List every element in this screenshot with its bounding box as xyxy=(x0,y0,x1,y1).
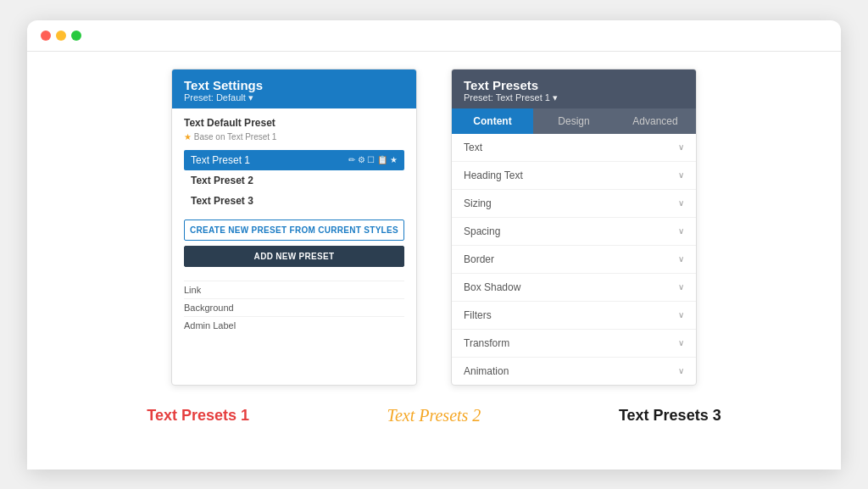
tab-design[interactable]: Design xyxy=(533,108,615,134)
section-transform-label: Transform xyxy=(464,337,509,349)
ts-admin-label-item[interactable]: Admin Label xyxy=(184,316,404,334)
ts-preset-item-2[interactable]: Text Preset 2 xyxy=(184,170,404,191)
browser-toolbar xyxy=(27,20,841,52)
section-filters-label: Filters xyxy=(464,309,492,321)
ts-preset-label-1: Text Preset 1 xyxy=(191,154,250,166)
section-spacing-label: Spacing xyxy=(464,225,500,237)
tp-header: Text Presets Preset: Text Preset 1 ▾ xyxy=(452,69,696,108)
section-filters[interactable]: Filters ∨ xyxy=(452,302,696,330)
ts-title: Text Settings xyxy=(184,78,404,92)
chevron-down-icon: ∨ xyxy=(678,226,684,236)
bottom-text-2: Text Presets 2 xyxy=(387,406,481,425)
bottom-text-1: Text Presets 1 xyxy=(147,407,249,425)
section-text-label: Text xyxy=(464,142,482,153)
ts-header: Text Settings Preset: Default ▾ xyxy=(172,69,416,108)
ts-default-preset-title: Text Default Preset xyxy=(184,117,404,129)
chevron-down-icon: ∨ xyxy=(678,142,684,152)
ts-body: Text Default Preset Base on Text Preset … xyxy=(172,108,416,275)
browser-window: Text Settings Preset: Default ▾ Text Def… xyxy=(27,20,841,470)
text-presets-panel: Text Presets Preset: Text Preset 1 ▾ Con… xyxy=(451,69,697,386)
close-dot[interactable] xyxy=(41,31,51,41)
bottom-text-3: Text Presets 3 xyxy=(619,407,721,425)
section-animation-label: Animation xyxy=(464,365,509,377)
maximize-dot[interactable] xyxy=(71,31,81,41)
tp-tabs: Content Design Advanced xyxy=(452,108,696,134)
ts-preset-item-3[interactable]: Text Preset 3 xyxy=(184,191,404,211)
section-sizing[interactable]: Sizing ∨ xyxy=(452,190,696,218)
tab-content[interactable]: Content xyxy=(452,108,533,134)
ts-preset-item-1[interactable]: Text Preset 1 ✏ ⚙ ☐ 📋 ★ xyxy=(184,150,404,170)
ts-link-item[interactable]: Link xyxy=(184,281,404,298)
ts-preset-list: Text Preset 1 ✏ ⚙ ☐ 📋 ★ Text Preset 2 Te… xyxy=(184,150,404,211)
chevron-down-icon: ∨ xyxy=(678,282,684,292)
section-sizing-label: Sizing xyxy=(464,197,492,209)
section-box-shadow-label: Box Shadow xyxy=(464,281,520,293)
tab-advanced[interactable]: Advanced xyxy=(615,108,696,134)
chevron-down-icon: ∨ xyxy=(678,338,684,347)
section-border[interactable]: Border ∨ xyxy=(452,246,696,274)
ts-base-on: Base on Text Preset 1 xyxy=(184,132,404,142)
ts-preset-label-2: Text Preset 2 xyxy=(191,175,253,186)
section-box-shadow[interactable]: Box Shadow ∨ xyxy=(452,274,696,302)
chevron-down-icon: ∨ xyxy=(678,170,684,180)
ts-background-item[interactable]: Background xyxy=(184,298,404,316)
section-heading-text[interactable]: Heading Text ∨ xyxy=(452,162,696,190)
section-animation[interactable]: Animation ∨ xyxy=(452,358,696,385)
create-preset-button[interactable]: CREATE NEW PRESET FROM CURRENT STYLES xyxy=(184,219,404,241)
chevron-down-icon: ∨ xyxy=(678,310,684,320)
section-spacing[interactable]: Spacing ∨ xyxy=(452,218,696,246)
browser-content: Text Settings Preset: Default ▾ Text Def… xyxy=(27,52,841,470)
chevron-down-icon: ∨ xyxy=(678,366,684,375)
section-heading-label: Heading Text xyxy=(464,169,523,181)
ts-footer: Link Background Admin Label xyxy=(172,275,416,342)
ts-preset-label-3: Text Preset 3 xyxy=(191,195,253,207)
section-border-label: Border xyxy=(464,253,494,265)
minimize-dot[interactable] xyxy=(56,31,66,41)
ts-preset-icons: ✏ ⚙ ☐ 📋 ★ xyxy=(348,155,398,164)
chevron-down-icon: ∨ xyxy=(678,254,684,264)
tp-preset-label[interactable]: Preset: Text Preset 1 ▾ xyxy=(464,92,684,103)
chevron-down-icon: ∨ xyxy=(678,198,684,208)
tp-body: Text ∨ Heading Text ∨ Sizing ∨ Spacing ∨ xyxy=(452,134,696,385)
text-settings-panel: Text Settings Preset: Default ▾ Text Def… xyxy=(171,69,417,386)
add-preset-button[interactable]: ADD NEW PRESET xyxy=(184,246,404,267)
panels-row: Text Settings Preset: Default ▾ Text Def… xyxy=(61,69,807,386)
section-text[interactable]: Text ∨ xyxy=(452,134,696,162)
section-transform[interactable]: Transform ∨ xyxy=(452,330,696,358)
bottom-text-row: Text Presets 1 Text Presets 2 Text Prese… xyxy=(61,406,807,425)
ts-preset-label[interactable]: Preset: Default ▾ xyxy=(184,92,404,103)
tp-title: Text Presets xyxy=(464,78,684,92)
